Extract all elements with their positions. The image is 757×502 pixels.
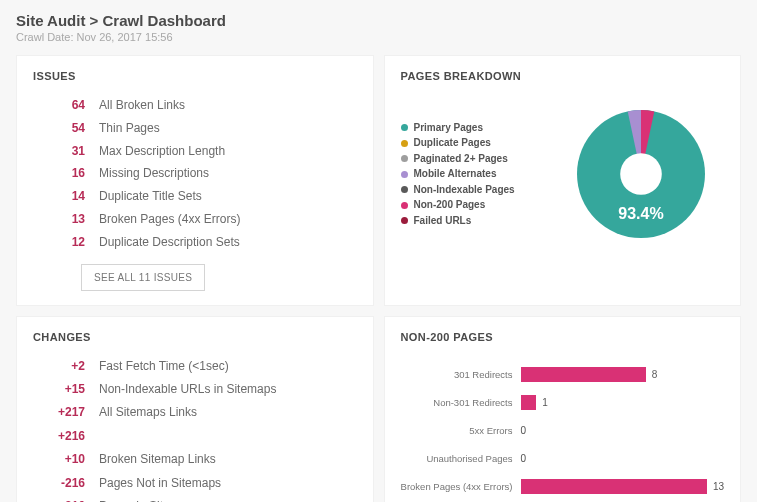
bar-value: 13 [713,481,724,492]
change-label: Fast Fetch Time (<1sec) [99,355,229,378]
change-count: +217 [51,401,85,424]
issue-count: 13 [59,208,85,231]
legend-label: Duplicate Pages [414,135,491,151]
change-count: +216 [51,495,85,502]
legend-label: Paginated 2+ Pages [414,151,508,167]
legend-item[interactable]: Mobile Alternates [401,166,551,182]
change-count: +216 [51,425,85,448]
issue-count: 64 [59,94,85,117]
issue-label: Missing Descriptions [99,162,209,185]
change-label: Broken Sitemap Links [99,448,216,471]
issue-count: 31 [59,140,85,163]
legend-label: Failed URLs [414,213,472,229]
non200-bar-chart: 301 Redirects 8 Non-301 Redirects 1 5xx … [401,355,725,501]
pie-chart: 93.4% [559,94,725,254]
bar-category: 5xx Errors [401,425,521,436]
changes-list: +2Fast Fetch Time (<1sec) +15Non-Indexab… [33,355,357,502]
pie-hole [620,153,662,195]
change-label: Non-Indexable URLs in Sitemaps [99,378,276,401]
see-all-issues-button[interactable]: SEE ALL 11 ISSUES [81,264,205,291]
change-count: +15 [51,378,85,401]
issue-count: 16 [59,162,85,185]
non200-title: NON-200 PAGES [401,331,725,343]
issue-count: 54 [59,117,85,140]
legend-dot-icon [401,217,408,224]
issues-list: 64All Broken Links 54Thin Pages 31Max De… [33,94,357,254]
bar-row: 301 Redirects 8 [401,361,725,389]
legend-dot-icon [401,155,408,162]
changes-row[interactable]: +217All Sitemaps Links [51,401,357,424]
bar-row: Non-301 Redirects 1 [401,389,725,417]
bar-category: 301 Redirects [401,369,521,380]
issue-label: Duplicate Description Sets [99,231,240,254]
bar-value: 1 [542,397,548,408]
change-label: All Sitemaps Links [99,401,197,424]
breakdown-legend: Primary Pages Duplicate Pages Paginated … [401,120,551,229]
issue-label: Max Description Length [99,140,225,163]
bar-category: Broken Pages (4xx Errors) [401,481,521,492]
changes-row[interactable]: -216Pages Not in Sitemaps [51,472,357,495]
changes-row[interactable]: +2Fast Fetch Time (<1sec) [51,355,357,378]
change-count: -216 [51,472,85,495]
legend-item[interactable]: Paginated 2+ Pages [401,151,551,167]
issues-card: ISSUES 64All Broken Links 54Thin Pages 3… [16,55,374,306]
legend-item[interactable]: Primary Pages [401,120,551,136]
issues-row[interactable]: 16Missing Descriptions [59,162,357,185]
issue-label: Duplicate Title Sets [99,185,202,208]
bar-category: Unauthorised Pages [401,453,521,464]
legend-dot-icon [401,171,408,178]
legend-dot-icon [401,140,408,147]
issues-row[interactable]: 12Duplicate Description Sets [59,231,357,254]
issues-row[interactable]: 31Max Description Length [59,140,357,163]
issues-row[interactable]: 14Duplicate Title Sets [59,185,357,208]
legend-item[interactable]: Failed URLs [401,213,551,229]
issues-row[interactable]: 54Thin Pages [59,117,357,140]
pages-breakdown-card: PAGES BREAKDOWN Primary Pages Duplicate … [384,55,742,306]
crawl-date: Crawl Date: Nov 26, 2017 15:56 [16,31,741,43]
bar-value: 0 [521,425,527,436]
legend-dot-icon [401,186,408,193]
changes-row[interactable]: +216 [51,425,357,448]
bar-category: Non-301 Redirects [401,397,521,408]
changes-title: CHANGES [33,331,357,343]
changes-card: CHANGES +2Fast Fetch Time (<1sec) +15Non… [16,316,374,502]
legend-label: Non-Indexable Pages [414,182,515,198]
pages-breakdown-title: PAGES BREAKDOWN [401,70,725,82]
issue-label: Broken Pages (4xx Errors) [99,208,240,231]
bar-row: Broken Pages (4xx Errors) 13 [401,473,725,501]
issues-title: ISSUES [33,70,357,82]
issues-row[interactable]: 64All Broken Links [59,94,357,117]
legend-dot-icon [401,124,408,131]
bar-value: 0 [521,453,527,464]
change-count: +10 [51,448,85,471]
changes-row[interactable]: +10Broken Sitemap Links [51,448,357,471]
changes-row[interactable]: +15Non-Indexable URLs in Sitemaps [51,378,357,401]
legend-label: Primary Pages [414,120,484,136]
change-count: +2 [51,355,85,378]
issue-count: 14 [59,185,85,208]
legend-dot-icon [401,202,408,209]
legend-label: Mobile Alternates [414,166,497,182]
issue-count: 12 [59,231,85,254]
bar-row: 5xx Errors 0 [401,417,725,445]
page-title: Site Audit > Crawl Dashboard [16,12,741,29]
bar-fill[interactable] [521,367,646,382]
change-label: Pages Not in Sitemaps [99,472,221,495]
bar-row: Unauthorised Pages 0 [401,445,725,473]
changes-row[interactable]: +216Pages in Sitemaps [51,495,357,502]
legend-item[interactable]: Non-200 Pages [401,197,551,213]
issues-row[interactable]: 13Broken Pages (4xx Errors) [59,208,357,231]
legend-label: Non-200 Pages [414,197,486,213]
bar-value: 8 [652,369,658,380]
issue-label: All Broken Links [99,94,185,117]
issue-label: Thin Pages [99,117,160,140]
legend-item[interactable]: Non-Indexable Pages [401,182,551,198]
bar-fill[interactable] [521,479,707,494]
bar-fill[interactable] [521,395,537,410]
pie-center-label: 93.4% [619,205,664,222]
change-label: Pages in Sitemaps [99,495,199,502]
legend-item[interactable]: Duplicate Pages [401,135,551,151]
non200-card: NON-200 PAGES 301 Redirects 8 Non-301 Re… [384,316,742,502]
